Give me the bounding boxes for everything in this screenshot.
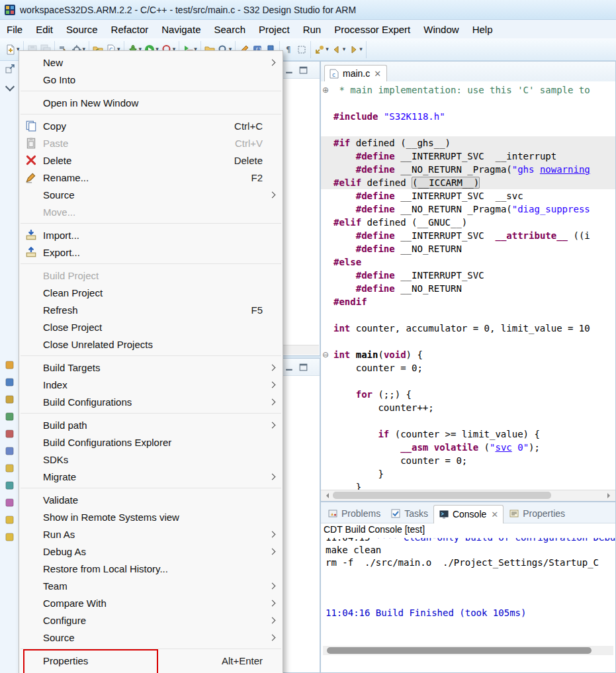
menu-item-migrate[interactable]: Migrate xyxy=(19,468,283,485)
menu-item-label: Open in New Window xyxy=(43,97,138,109)
menu-item-close-unrelated-projects[interactable]: Close Unrelated Projects xyxy=(19,336,283,353)
chevron-down-icon[interactable] xyxy=(5,82,14,91)
menu-navigate[interactable]: Navigate xyxy=(155,21,207,38)
menu-edit[interactable]: Edit xyxy=(29,21,60,38)
close-icon[interactable]: ✕ xyxy=(374,69,381,78)
scroll-left-arrow-icon[interactable] xyxy=(324,493,329,498)
minimized-view-icon[interactable] xyxy=(5,429,15,439)
code-token: #define xyxy=(356,244,395,254)
menu-item-build-path[interactable]: Build path xyxy=(19,416,283,433)
menu-item-close-project[interactable]: Close Project xyxy=(19,318,283,336)
menu-search[interactable]: Search xyxy=(207,21,252,38)
menu-item-build-configurations[interactable]: Build Configurations xyxy=(19,393,283,410)
menu-processor-expert[interactable]: Processor Expert xyxy=(328,21,417,38)
menu-item-index[interactable]: Index xyxy=(19,376,283,393)
console-output[interactable]: 11:04:15 **** Clean-only build of config… xyxy=(326,538,615,643)
menu-item-copy[interactable]: CopyCtrl+C xyxy=(19,117,283,134)
code-token xyxy=(333,204,356,214)
editor-hscrollbar[interactable] xyxy=(321,490,615,501)
dropdown-caret-icon[interactable]: ▾ xyxy=(326,46,329,52)
minimized-view-icon[interactable] xyxy=(5,377,15,387)
menu-item-configure[interactable]: Configure xyxy=(19,611,283,629)
menu-item-validate[interactable]: Validate xyxy=(19,491,283,508)
menu-item-rename[interactable]: Rename...F2 xyxy=(19,169,283,186)
menu-item-properties[interactable]: PropertiesAlt+Enter xyxy=(19,652,283,669)
editor-tab-main-c[interactable]: c main.c ✕ xyxy=(324,65,387,82)
menu-run[interactable]: Run xyxy=(296,21,328,38)
menu-item-source[interactable]: Source xyxy=(19,629,283,646)
menu-item-clean-project[interactable]: Clean Project xyxy=(19,284,283,301)
show-whitespace-button[interactable]: ¶ xyxy=(282,43,295,56)
minimize-icon[interactable] xyxy=(284,64,295,75)
menu-item-debug-as[interactable]: Debug As xyxy=(19,543,283,560)
menu-item-run-as[interactable]: Run As xyxy=(19,525,283,543)
menu-item-label: Import... xyxy=(43,230,79,241)
menu-item-import[interactable]: Import... xyxy=(19,226,283,244)
menu-item-build-targets[interactable]: Build Targets xyxy=(19,359,283,376)
code-token: counter = 0; xyxy=(333,363,423,373)
menu-item-sdks[interactable]: SDKs xyxy=(19,451,283,468)
menu-item-label: SDKs xyxy=(43,454,68,465)
menu-file[interactable]: File xyxy=(0,21,29,38)
console-hscrollbar[interactable] xyxy=(323,646,613,655)
dropdown-caret-icon[interactable]: ▾ xyxy=(359,46,363,52)
minimized-view-icon[interactable] xyxy=(5,394,15,404)
editor-hscrollbar-thumb[interactable] xyxy=(333,492,551,499)
tab-label: Tasks xyxy=(404,508,428,519)
menu-item-compare-with[interactable]: Compare With xyxy=(19,594,283,611)
menu-item-refresh[interactable]: RefreshF5 xyxy=(19,301,283,318)
code-token: __NO_RETURN xyxy=(395,244,462,254)
code-line: } xyxy=(321,480,615,490)
tab-tasks[interactable]: Tasks xyxy=(386,505,433,523)
menu-refactor[interactable]: Refactor xyxy=(105,21,155,38)
dropdown-caret-icon[interactable]: ▾ xyxy=(343,46,346,52)
code-token xyxy=(333,389,356,400)
close-icon[interactable]: ✕ xyxy=(491,510,498,519)
fold-expand-icon[interactable]: ⊕ xyxy=(322,83,329,97)
menu-item-new[interactable]: New xyxy=(19,54,283,71)
restore-view-icon[interactable] xyxy=(5,64,15,74)
menu-item-open-in-new-window[interactable]: Open in New Window xyxy=(19,94,283,111)
code-line xyxy=(321,335,615,348)
tab-console[interactable]: Console✕ xyxy=(433,505,504,523)
tab-properties[interactable]: Properties xyxy=(504,505,570,523)
maximize-icon[interactable] xyxy=(298,361,309,373)
menu-item-show-in-remote-systems-view[interactable]: Show in Remote Systems view xyxy=(19,508,283,525)
block-selection-button[interactable] xyxy=(295,43,308,56)
menu-item-label: Properties xyxy=(43,655,88,666)
menu-item-go-into[interactable]: Go Into xyxy=(19,71,283,88)
scroll-right-arrow-icon[interactable] xyxy=(607,493,613,498)
last-edit-button[interactable]: ▾ xyxy=(313,43,330,56)
console-hscrollbar-thumb[interactable] xyxy=(327,647,592,654)
minimized-view-icon[interactable] xyxy=(5,498,15,508)
back-button[interactable]: ▾ xyxy=(330,43,347,56)
code-viewport[interactable]: ⊕ * main implementation: use this 'C' sa… xyxy=(321,81,615,490)
minimized-view-icon[interactable] xyxy=(5,463,15,473)
fold-collapse-icon[interactable]: ⊖ xyxy=(322,348,329,361)
minimized-view-icon[interactable] xyxy=(5,360,15,370)
menu-item-restore-from-local-history[interactable]: Restore from Local History... xyxy=(19,560,283,577)
code-token: counter = 0; xyxy=(333,455,467,466)
tab-problems[interactable]: Problems xyxy=(323,505,385,523)
menu-item-delete[interactable]: DeleteDelete xyxy=(19,152,283,169)
minimized-view-icon[interactable] xyxy=(5,480,15,490)
forward-button[interactable]: ▾ xyxy=(347,43,364,56)
minimized-view-icon[interactable] xyxy=(5,532,15,542)
menu-source[interactable]: Source xyxy=(60,21,105,38)
minimized-view-icon[interactable] xyxy=(5,412,15,422)
code-token: defined (__ghs__) xyxy=(350,138,451,148)
menu-window[interactable]: Window xyxy=(417,21,465,38)
menu-project[interactable]: Project xyxy=(252,21,296,38)
menu-help[interactable]: Help xyxy=(466,21,500,38)
code-token: #define xyxy=(356,230,395,241)
minimized-view-icon[interactable] xyxy=(5,515,15,525)
menu-item-source[interactable]: Source xyxy=(19,186,283,203)
minimize-icon[interactable] xyxy=(284,361,295,373)
menu-item-export[interactable]: Export... xyxy=(19,244,283,261)
menu-item-team[interactable]: Team xyxy=(19,577,283,594)
minimized-view-icon[interactable] xyxy=(5,446,15,456)
code-token: #else xyxy=(333,257,361,267)
maximize-icon[interactable] xyxy=(298,64,309,75)
menu-item-label: Compare With xyxy=(43,598,107,609)
menu-item-build-configurations-explorer[interactable]: Build Configurations Explorer xyxy=(19,433,283,451)
